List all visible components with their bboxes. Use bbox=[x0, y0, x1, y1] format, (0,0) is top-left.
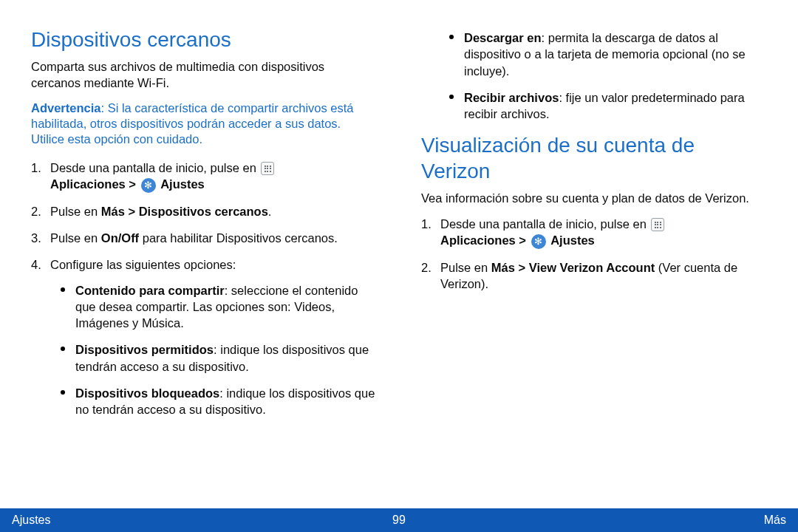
step4-text: Configure las siguientes opciones: bbox=[50, 258, 236, 271]
step-1: Desde una pantalla de inicio, pulse en A… bbox=[31, 160, 377, 193]
footer-bar: Ajustes 99 Más bbox=[0, 508, 798, 532]
optB-label: Recibir archivos bbox=[464, 91, 559, 104]
opt2-label: Dispositivos permitidos bbox=[75, 343, 214, 356]
page-number: 99 bbox=[392, 512, 406, 528]
page-body: Dispositivos cercanos Comparta sus archi… bbox=[0, 0, 798, 502]
step3-a: Pulse en bbox=[50, 231, 101, 245]
apps-icon bbox=[651, 218, 664, 231]
footer-right: Más bbox=[764, 512, 786, 528]
vz-step-1: Desde una pantalla de inicio, pulse en A… bbox=[421, 216, 767, 249]
opt1-label: Contenido para compartir bbox=[75, 284, 225, 297]
warning-label: Advertencia bbox=[31, 101, 100, 115]
step3-b: On/Off bbox=[101, 231, 139, 245]
left-column: Dispositivos cercanos Comparta sus archi… bbox=[31, 27, 377, 497]
step1-settings-label: Ajustes bbox=[160, 177, 205, 191]
vz-step2-b: Más > View Verizon Account bbox=[491, 261, 655, 274]
heading-verizon-account: Visualización de su cuenta de Verizon bbox=[421, 132, 767, 184]
step-4: Configure las siguientes opciones: Conte… bbox=[31, 256, 377, 417]
vz-step1-settings-label: Ajustes bbox=[550, 233, 595, 247]
option-blocked-devices: Dispositivos bloqueados: indique los dis… bbox=[61, 385, 377, 418]
heading-nearby-devices: Dispositivos cercanos bbox=[31, 27, 377, 52]
step2-b: Más > Dispositivos cercanos bbox=[101, 205, 268, 218]
step1-prefix: Desde una pantalla de inicio, pulse en bbox=[50, 161, 259, 174]
right-column: Descargar en: permita la descarga de dat… bbox=[421, 27, 767, 497]
optA-label: Descargar en bbox=[464, 31, 542, 44]
steps-verizon: Desde una pantalla de inicio, pulse en A… bbox=[421, 216, 767, 292]
step2-c: . bbox=[268, 205, 272, 218]
options-list: Contenido para compartir: seleccione el … bbox=[61, 282, 377, 418]
step-2: Pulse en Más > Dispositivos cercanos. bbox=[31, 203, 377, 219]
option-allowed-devices: Dispositivos permitidos: indique los dis… bbox=[61, 341, 377, 375]
vz-step1-apps-label: Aplicaciones > bbox=[440, 233, 530, 247]
step3-c: para habilitar Dispositivos cercanos. bbox=[139, 231, 338, 245]
footer-left: Ajustes bbox=[12, 512, 50, 528]
option-receive-files: Recibir archivos: fije un valor predeter… bbox=[449, 89, 767, 123]
gear-icon: ✻ bbox=[531, 234, 546, 249]
step-3: Pulse en On/Off para habilitar Dispositi… bbox=[31, 230, 377, 246]
opt3-label: Dispositivos bloqueados bbox=[75, 386, 219, 400]
steps-nearby: Desde una pantalla de inicio, pulse en A… bbox=[31, 160, 377, 418]
warning-text: Advertencia: Si la característica de com… bbox=[31, 100, 377, 148]
apps-icon bbox=[261, 162, 274, 175]
vz-step1-prefix: Desde una pantalla de inicio, pulse en bbox=[440, 217, 649, 231]
vz-step-2: Pulse en Más > View Verizon Account (Ver… bbox=[421, 259, 767, 293]
option-content-share: Contenido para compartir: seleccione el … bbox=[61, 282, 377, 332]
lead-verizon: Vea información sobre su cuenta y plan d… bbox=[421, 190, 767, 206]
lead-nearby: Comparta sus archivos de multimedia con … bbox=[31, 58, 377, 92]
gear-icon: ✻ bbox=[141, 178, 156, 193]
step2-a: Pulse en bbox=[50, 205, 101, 218]
step1-apps-label: Aplicaciones > bbox=[50, 177, 140, 191]
option-download-to: Descargar en: permita la descarga de dat… bbox=[449, 30, 767, 79]
vz-step2-a: Pulse en bbox=[440, 261, 491, 274]
options-list-continued: Descargar en: permita la descarga de dat… bbox=[449, 30, 767, 122]
